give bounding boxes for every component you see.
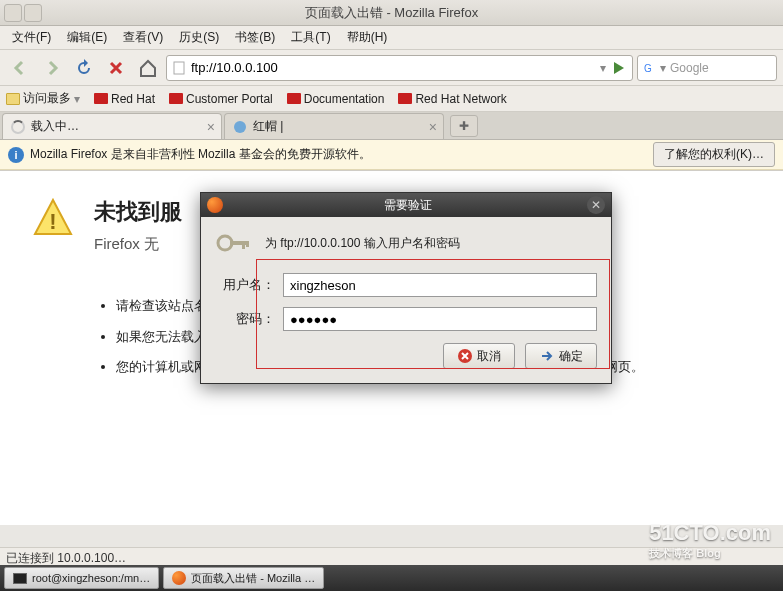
password-input[interactable]	[283, 307, 597, 331]
warning-icon: !	[32, 197, 74, 239]
bookmark-docs[interactable]: Documentation	[287, 92, 385, 106]
back-button[interactable]	[6, 54, 34, 82]
ok-icon	[539, 348, 555, 364]
username-input[interactable]	[283, 273, 597, 297]
taskbar: root@xingzheson:/mn… 页面载入出错 - Mozilla …	[0, 565, 783, 591]
tab-label: 载入中…	[31, 118, 79, 135]
svg-rect-0	[174, 62, 184, 74]
menu-file[interactable]: 文件(F)	[6, 27, 57, 48]
error-subtitle: Firefox 无	[94, 235, 182, 254]
bookmarks-toolbar: 访问最多▾ Red Hat Customer Portal Documentat…	[0, 86, 783, 112]
watermark: 51CTO.com 技术博客 Blog	[649, 520, 771, 561]
tab-strip: 载入中… × 红帽 | × ✚	[0, 112, 783, 140]
maximize-button[interactable]	[24, 4, 42, 22]
error-title: 未找到服	[94, 197, 182, 227]
auth-dialog: 需要验证 ✕ 为 ftp://10.0.0.100 输入用户名和密码 用户名： …	[200, 192, 612, 384]
tab-loading[interactable]: 载入中… ×	[2, 113, 222, 139]
google-icon: G	[642, 61, 656, 75]
redhat-icon	[398, 93, 412, 104]
svg-rect-6	[230, 241, 248, 245]
close-tab-icon[interactable]: ×	[429, 119, 437, 135]
tab-label: 红帽 |	[253, 118, 283, 135]
window-titlebar: 页面载入出错 - Mozilla Firefox	[0, 0, 783, 26]
bookmark-most-visited[interactable]: 访问最多▾	[6, 90, 80, 107]
password-label: 密码：	[215, 310, 275, 328]
menu-history[interactable]: 历史(S)	[173, 27, 225, 48]
loading-spinner-icon	[11, 120, 25, 134]
status-text: 已连接到 10.0.0.100…	[6, 551, 126, 565]
svg-text:G: G	[644, 63, 652, 74]
menu-edit[interactable]: 编辑(E)	[61, 27, 113, 48]
window-title: 页面载入出错 - Mozilla Firefox	[305, 4, 478, 22]
cancel-button[interactable]: 取消	[443, 343, 515, 369]
cancel-icon	[457, 348, 473, 364]
menu-bookmarks[interactable]: 书签(B)	[229, 27, 281, 48]
reload-button[interactable]	[70, 54, 98, 82]
svg-rect-8	[246, 241, 249, 247]
dropdown-icon[interactable]: ▾	[600, 61, 606, 75]
url-bar[interactable]: ▾	[166, 55, 633, 81]
username-label: 用户名：	[215, 276, 275, 294]
close-tab-icon[interactable]: ×	[207, 119, 215, 135]
go-button[interactable]	[610, 59, 628, 77]
globe-icon	[233, 120, 247, 134]
menu-view[interactable]: 查看(V)	[117, 27, 169, 48]
redhat-icon	[94, 93, 108, 104]
bookmark-portal[interactable]: Customer Portal	[169, 92, 273, 106]
key-icon	[215, 229, 251, 257]
search-box[interactable]: G ▾ Google	[637, 55, 777, 81]
info-text: Mozilla Firefox 是来自非营利性 Mozilla 基金会的免费开源…	[30, 146, 371, 163]
svg-point-5	[218, 236, 232, 250]
bookmark-rhn[interactable]: Red Hat Network	[398, 92, 506, 106]
minimize-button[interactable]	[4, 4, 22, 22]
firefox-icon	[172, 571, 186, 585]
ok-button[interactable]: 确定	[525, 343, 597, 369]
menu-help[interactable]: 帮助(H)	[341, 27, 394, 48]
dialog-titlebar[interactable]: 需要验证 ✕	[201, 193, 611, 217]
tab-redhat[interactable]: 红帽 | ×	[224, 113, 444, 139]
svg-text:!: !	[49, 209, 56, 234]
info-icon: i	[8, 147, 24, 163]
menubar: 文件(F) 编辑(E) 查看(V) 历史(S) 书签(B) 工具(T) 帮助(H…	[0, 26, 783, 50]
url-input[interactable]	[191, 60, 596, 75]
svg-rect-7	[242, 241, 245, 249]
close-icon[interactable]: ✕	[587, 196, 605, 214]
redhat-icon	[169, 93, 183, 104]
stop-button[interactable]	[102, 54, 130, 82]
dialog-prompt: 为 ftp://10.0.0.100 输入用户名和密码	[265, 235, 460, 252]
nav-toolbar: ▾ G ▾ Google	[0, 50, 783, 86]
svg-point-3	[234, 121, 246, 133]
new-tab-button[interactable]: ✚	[450, 115, 478, 137]
bookmark-redhat[interactable]: Red Hat	[94, 92, 155, 106]
forward-button[interactable]	[38, 54, 66, 82]
search-placeholder: Google	[670, 61, 709, 75]
taskbar-firefox[interactable]: 页面载入出错 - Mozilla …	[163, 567, 324, 589]
taskbar-terminal[interactable]: root@xingzheson:/mn…	[4, 567, 159, 589]
folder-icon	[6, 93, 20, 105]
firefox-icon	[207, 197, 223, 213]
home-button[interactable]	[134, 54, 162, 82]
redhat-icon	[287, 93, 301, 104]
dialog-title: 需要验证	[229, 197, 587, 214]
know-rights-button[interactable]: 了解您的权利(K)…	[653, 142, 775, 167]
terminal-icon	[13, 573, 27, 584]
menu-tools[interactable]: 工具(T)	[285, 27, 336, 48]
info-bar: i Mozilla Firefox 是来自非营利性 Mozilla 基金会的免费…	[0, 140, 783, 170]
page-icon	[171, 60, 187, 76]
